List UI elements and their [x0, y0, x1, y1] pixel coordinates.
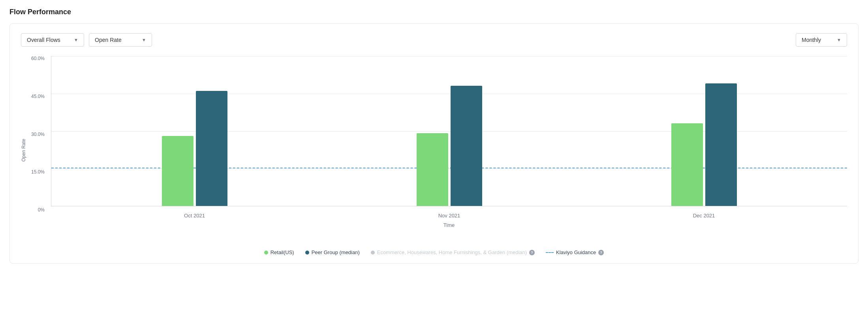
page-title: Flow Performance	[9, 8, 859, 16]
month-group	[322, 86, 577, 206]
question-icon[interactable]: ?	[598, 250, 604, 255]
legend-dashed-icon	[546, 252, 554, 253]
y-axis-tick: 30.0%	[31, 132, 45, 137]
time-dropdown-chevron-icon: ▼	[837, 38, 841, 42]
legend-item: Peer Group (median)	[305, 249, 360, 255]
legend-dot	[371, 251, 375, 255]
legend-item: Ecommerce, Housewares, Home Furnishings,…	[371, 249, 535, 255]
flow-performance-card: Overall Flows ▼ Open Rate ▼ Monthly ▼ Op…	[9, 23, 859, 264]
legend-dot	[305, 251, 309, 255]
flows-dropdown-chevron-icon: ▼	[74, 38, 78, 42]
x-axis-tick: Dec 2021	[577, 213, 831, 219]
flows-dropdown-label: Overall Flows	[27, 37, 60, 43]
y-axis-tick: 45.0%	[31, 94, 45, 99]
legend: Retail(US)Peer Group (median)Ecommerce, …	[21, 249, 847, 255]
legend-item: Retail(US)	[264, 249, 294, 255]
y-axis-tick: 60.0%	[31, 56, 45, 61]
legend-label: Retail(US)	[271, 249, 294, 255]
chart-area: Open Rate 60.0%45.0%30.0%15.0%0%	[21, 56, 847, 228]
bar-peer-group	[705, 83, 737, 206]
bar-retail	[417, 133, 448, 206]
x-axis: Oct 2021Nov 2021Dec 2021	[51, 213, 847, 219]
controls-left: Overall Flows ▼ Open Rate ▼	[21, 33, 791, 47]
y-axis-label: Open Rate	[21, 56, 26, 228]
flows-dropdown[interactable]: Overall Flows ▼	[21, 33, 84, 47]
time-dropdown[interactable]: Monthly ▼	[796, 33, 847, 47]
bars-wrapper	[51, 56, 847, 206]
question-icon[interactable]: ?	[529, 250, 535, 255]
metric-dropdown-label: Open Rate	[95, 37, 122, 43]
controls-row: Overall Flows ▼ Open Rate ▼ Monthly ▼	[21, 33, 847, 47]
y-axis-tick: 0%	[38, 208, 45, 212]
metric-dropdown[interactable]: Open Rate ▼	[89, 33, 152, 47]
legend-dot	[264, 251, 268, 255]
time-dropdown-label: Monthly	[802, 37, 821, 43]
x-axis-tick: Oct 2021	[67, 213, 322, 219]
bar-peer-group	[196, 91, 227, 206]
y-axis-tick: 15.0%	[31, 170, 45, 174]
month-group	[577, 83, 831, 206]
legend-label: Klaviyo Guidance	[556, 249, 596, 255]
x-axis-tick: Nov 2021	[322, 213, 577, 219]
chart-plot: Oct 2021Nov 2021Dec 2021	[51, 56, 847, 206]
chart-container: 60.0%45.0%30.0%15.0%0% Oct 2021Nov 2021D…	[28, 56, 847, 228]
legend-label: Peer Group (median)	[312, 249, 360, 255]
bar-retail	[671, 123, 703, 206]
bar-retail	[162, 136, 194, 206]
legend-label: Ecommerce, Housewares, Home Furnishings,…	[377, 249, 527, 255]
x-axis-title: Time	[51, 222, 847, 228]
legend-item: Klaviyo Guidance?	[546, 249, 604, 255]
bar-peer-group	[451, 86, 482, 206]
month-group	[67, 91, 322, 206]
metric-dropdown-chevron-icon: ▼	[142, 38, 146, 42]
y-axis: 60.0%45.0%30.0%15.0%0%	[28, 56, 48, 212]
